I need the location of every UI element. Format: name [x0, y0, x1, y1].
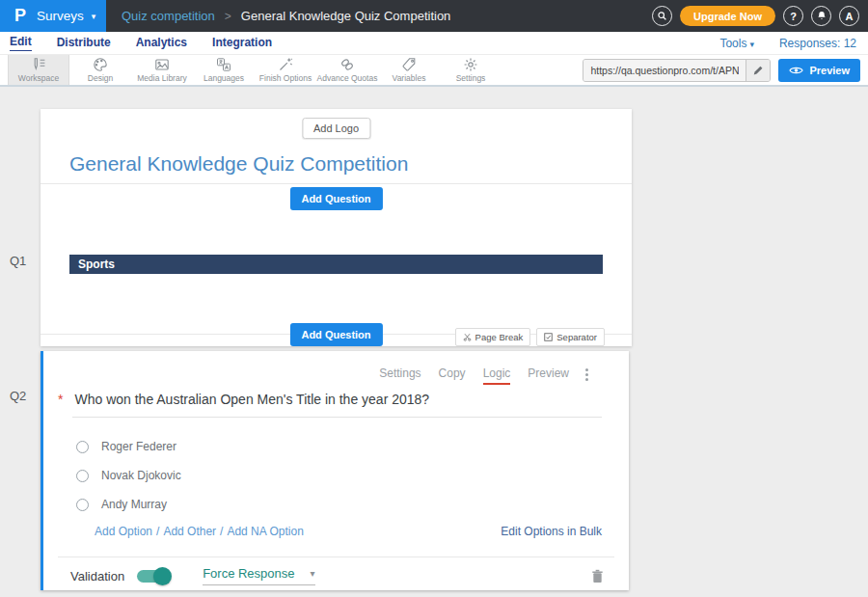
tag-icon: [401, 57, 417, 72]
separator-label: Separator: [556, 332, 597, 342]
add-na-option-link[interactable]: Add NA Option: [227, 525, 303, 538]
tab-analytics[interactable]: Analytics: [136, 36, 187, 51]
top-header: P Surveys ▾ Quiz competition > General K…: [0, 0, 868, 32]
surveys-product-menu[interactable]: P Surveys ▾: [0, 0, 106, 32]
question-more-menu[interactable]: [583, 366, 590, 383]
answer-option-label[interactable]: Novak Djokovic: [101, 469, 181, 482]
page-break-button[interactable]: Page Break: [455, 328, 531, 346]
question-card-q2: Settings Copy Logic Preview * Who won th…: [41, 351, 629, 590]
header-actions: Upgrade Now ? A: [652, 6, 868, 26]
add-question-button-top[interactable]: Add Question: [289, 187, 382, 210]
validation-row: Validation Force Response ▾: [70, 563, 604, 588]
validation-toggle[interactable]: [137, 570, 170, 583]
toolbar-variables[interactable]: Variables: [378, 55, 440, 85]
validation-label: Validation: [70, 569, 124, 583]
link-separator: /: [156, 525, 159, 538]
preview-label: Preview: [809, 65, 850, 76]
question-preview-link[interactable]: Preview: [528, 366, 569, 385]
toolbar-finish-options[interactable]: Finish Options: [255, 55, 316, 85]
answer-option-label[interactable]: Roger Federer: [101, 440, 176, 453]
divider: [58, 556, 614, 557]
page-break-label: Page Break: [475, 332, 524, 342]
delete-question-button[interactable]: [591, 569, 604, 583]
toolbar-label: Variables: [393, 73, 426, 83]
radio-icon[interactable]: [76, 470, 89, 482]
question-settings-link[interactable]: Settings: [379, 366, 420, 385]
add-question-button-bottom[interactable]: Add Question: [289, 323, 382, 346]
survey-url-box: [583, 59, 771, 82]
chain-icon: [339, 57, 355, 72]
link-separator: /: [220, 525, 223, 538]
survey-url-input[interactable]: [583, 60, 746, 81]
nav-right: Tools▾ Responses: 12: [719, 37, 868, 50]
separator-check-icon: [544, 333, 553, 341]
toolbar-right: Preview: [583, 55, 868, 85]
question-menu: Settings Copy Logic Preview: [379, 366, 569, 385]
chevron-down-icon: ▾: [311, 568, 315, 579]
toolbar-label: Workspace: [18, 73, 59, 83]
toolbar-languages[interactable]: Languages: [193, 55, 255, 85]
tab-integration[interactable]: Integration: [212, 36, 272, 51]
toolbar-workspace[interactable]: Workspace: [8, 55, 69, 85]
tools-menu[interactable]: Tools▾: [719, 37, 754, 50]
toolbar-label: Finish Options: [259, 73, 312, 83]
answer-option-label[interactable]: Andy Murray: [101, 498, 167, 511]
add-logo-button[interactable]: Add Logo: [302, 118, 370, 139]
survey-title[interactable]: General Knowledge Quiz Competition: [69, 152, 408, 176]
responses-count: Responses: 12: [779, 37, 856, 50]
answer-option-row[interactable]: Andy Murray: [76, 498, 167, 511]
answer-option-row[interactable]: Roger Federer: [76, 440, 176, 453]
kebab-dot: [585, 373, 588, 376]
trash-icon: [591, 569, 604, 583]
toggle-knob: [153, 567, 172, 585]
separator-button[interactable]: Separator: [536, 328, 605, 346]
breadcrumb-current: General Knowledge Quiz Competition: [241, 9, 451, 23]
translate-icon: [216, 57, 231, 72]
breadcrumb-parent[interactable]: Quiz competition: [122, 9, 215, 23]
toolbar-label: Languages: [203, 73, 244, 83]
add-other-link[interactable]: Add Other: [163, 525, 216, 538]
question-field-underline: [72, 417, 602, 418]
answer-option-row[interactable]: Novak Djokovic: [76, 469, 181, 482]
edit-url-button[interactable]: [746, 60, 770, 81]
toolbar-settings[interactable]: Settings: [440, 55, 502, 85]
radio-icon[interactable]: [76, 441, 89, 453]
breadcrumb: Quiz competition > General Knowledge Qui…: [122, 9, 450, 23]
edit-toolbar: Workspace Design Media Library Languages…: [0, 55, 868, 87]
upgrade-now-button[interactable]: Upgrade Now: [680, 6, 775, 26]
image-icon: [154, 57, 170, 72]
q1-section-header[interactable]: Sports: [69, 255, 603, 274]
toolbar-advance-quotas[interactable]: Advance Quotas: [316, 55, 378, 85]
notifications-button[interactable]: [811, 6, 831, 26]
toolbar-label: Advance Quotas: [317, 73, 378, 83]
toolbar-label: Design: [88, 73, 113, 83]
preview-button[interactable]: Preview: [778, 59, 860, 82]
help-button[interactable]: ?: [783, 6, 803, 26]
tools-label: Tools: [719, 37, 746, 50]
chevron-down-icon: ▾: [749, 40, 754, 49]
validation-type-dropdown[interactable]: Force Response ▾: [203, 566, 314, 585]
question-copy-link[interactable]: Copy: [439, 366, 466, 385]
question-logic-link[interactable]: Logic: [483, 366, 511, 385]
avatar[interactable]: A: [839, 6, 859, 26]
question-text[interactable]: Who won the Australian Open Men's Title …: [74, 392, 429, 407]
required-marker: *: [58, 392, 63, 407]
search-button[interactable]: [652, 6, 672, 26]
question-number-q2: Q2: [10, 389, 26, 403]
toolbar-media-library[interactable]: Media Library: [131, 55, 193, 85]
toolbar-label: Media Library: [137, 73, 187, 83]
tab-distribute[interactable]: Distribute: [57, 36, 111, 51]
insert-controls: Page Break Separator: [455, 328, 605, 346]
app-window: P Surveys ▾ Quiz competition > General K…: [0, 0, 868, 597]
breadcrumb-separator: >: [225, 10, 231, 23]
kebab-dot: [585, 378, 588, 381]
kebab-dot: [585, 368, 588, 371]
add-option-link[interactable]: Add Option: [95, 525, 152, 538]
question-text-row: * Who won the Australian Open Men's Titl…: [58, 392, 429, 407]
radio-icon[interactable]: [76, 499, 89, 511]
pencil-icon: [752, 65, 764, 76]
tab-edit[interactable]: Edit: [10, 35, 32, 51]
toolbar-design[interactable]: Design: [69, 55, 131, 85]
scissors-icon: [463, 333, 472, 341]
edit-options-in-bulk-link[interactable]: Edit Options in Bulk: [501, 525, 602, 538]
